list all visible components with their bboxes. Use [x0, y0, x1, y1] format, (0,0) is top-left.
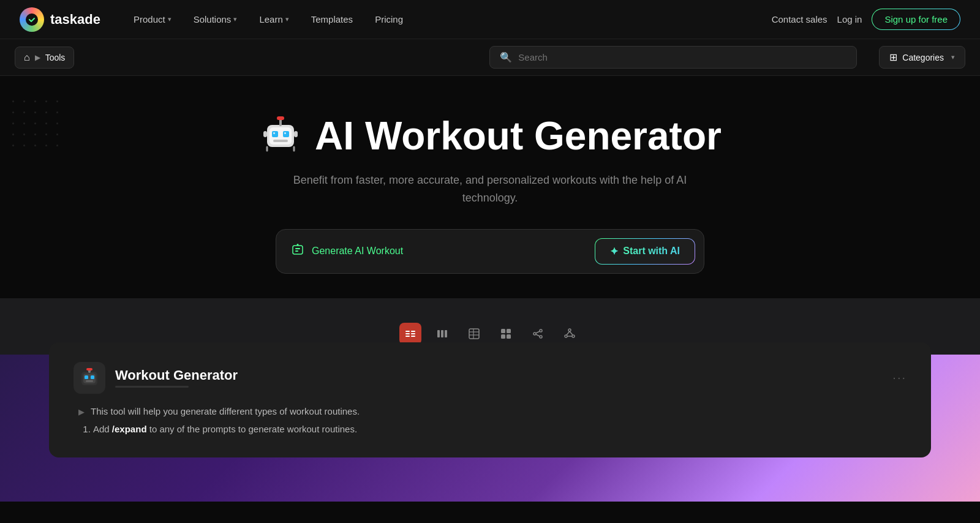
- svg-rect-10: [263, 131, 267, 137]
- svg-rect-5: [273, 132, 275, 134]
- bullet-arrow-icon: ▶: [78, 407, 85, 416]
- svg-line-44: [567, 331, 570, 335]
- view-tab-nodes[interactable]: [559, 323, 581, 345]
- svg-rect-8: [277, 116, 284, 120]
- generate-icon: [291, 243, 304, 260]
- svg-point-36: [540, 329, 542, 332]
- logo[interactable]: taskade: [20, 7, 100, 32]
- view-tab-list[interactable]: [399, 323, 421, 345]
- svg-rect-20: [405, 333, 410, 334]
- nav-item-learn[interactable]: Learn ▾: [251, 9, 297, 29]
- generate-left: Generate AI Workout: [291, 243, 403, 260]
- view-tab-columns[interactable]: [431, 323, 453, 345]
- search-icon: 🔍: [500, 51, 512, 63]
- signup-button[interactable]: Sign up for free: [872, 9, 960, 29]
- svg-line-39: [536, 331, 540, 333]
- view-tab-grid[interactable]: [495, 323, 517, 345]
- preview-section: Workout Generator ··· ▶ This tool will h…: [0, 298, 980, 502]
- svg-rect-18: [295, 250, 298, 252]
- login-link[interactable]: Log in: [837, 14, 862, 24]
- svg-rect-33: [507, 329, 511, 333]
- tools-button[interactable]: ⌂ ▶ Tools: [15, 47, 74, 69]
- svg-rect-28: [469, 329, 479, 339]
- svg-rect-17: [295, 248, 300, 249]
- svg-rect-23: [411, 333, 415, 334]
- logo-icon: [20, 7, 44, 32]
- search-bar: 🔍: [489, 46, 857, 69]
- doc-title-area: Workout Generator: [115, 367, 883, 388]
- start-ai-button[interactable]: ✦ Start with AI: [595, 239, 695, 264]
- svg-rect-19: [405, 331, 410, 332]
- svg-rect-50: [91, 375, 94, 379]
- svg-rect-14: [293, 246, 303, 254]
- svg-point-37: [533, 333, 536, 335]
- svg-rect-49: [85, 375, 88, 379]
- svg-rect-51: [86, 380, 93, 382]
- svg-rect-3: [272, 131, 278, 137]
- hero-section: AI Workout Generator Benefit from faster…: [0, 76, 980, 298]
- svg-rect-24: [411, 336, 415, 337]
- svg-point-0: [26, 13, 38, 26]
- chevron-down-icon: ▾: [233, 15, 237, 23]
- chevron-down-icon: ▾: [285, 15, 289, 23]
- svg-rect-11: [294, 131, 298, 137]
- svg-rect-35: [507, 334, 511, 339]
- svg-line-45: [570, 331, 573, 335]
- svg-rect-26: [441, 330, 443, 337]
- generate-box: Generate AI Workout ✦ Start with AI: [276, 229, 704, 274]
- nav-links: Product ▾ Solutions ▾ Learn ▾ Templates …: [125, 9, 772, 29]
- hero-title-row: AI Workout Generator: [258, 113, 722, 159]
- svg-line-40: [536, 334, 540, 336]
- doc-bullet: ▶ This tool will help you generate diffe…: [78, 406, 907, 416]
- svg-rect-22: [411, 331, 415, 332]
- svg-point-43: [572, 335, 575, 337]
- robot-icon: [258, 113, 303, 159]
- svg-point-38: [540, 336, 542, 338]
- logo-text: taskade: [50, 12, 100, 28]
- svg-point-41: [568, 329, 571, 331]
- sparkle-icon: ✦: [610, 246, 618, 257]
- svg-rect-27: [445, 330, 447, 337]
- doc-underline: [115, 386, 189, 388]
- svg-rect-21: [405, 336, 410, 337]
- arrow-icon: ▶: [35, 53, 40, 62]
- doc-title: Workout Generator: [115, 367, 883, 383]
- list-item: Add /expand to any of the prompts to gen…: [93, 424, 907, 434]
- generate-label[interactable]: Generate AI Workout: [312, 246, 403, 257]
- doc-header: Workout Generator ···: [74, 362, 907, 394]
- categories-button[interactable]: ⊞ Categories ▾: [879, 46, 965, 69]
- svg-point-42: [565, 335, 567, 337]
- view-tab-table[interactable]: [463, 323, 485, 345]
- chevron-down-icon: ▾: [168, 15, 172, 23]
- doc-menu[interactable]: ···: [892, 371, 907, 385]
- svg-rect-6: [284, 132, 286, 134]
- contact-sales-link[interactable]: Contact sales: [772, 14, 827, 24]
- nav-item-product[interactable]: Product ▾: [125, 9, 180, 29]
- svg-rect-9: [273, 140, 288, 142]
- svg-rect-34: [501, 334, 505, 339]
- svg-rect-4: [283, 131, 289, 137]
- document-card: Workout Generator ··· ▶ This tool will h…: [49, 342, 931, 457]
- doc-content: ▶ This tool will help you generate diffe…: [74, 406, 907, 434]
- doc-numbered-list: Add /expand to any of the prompts to gen…: [78, 424, 907, 434]
- view-tab-share[interactable]: [527, 323, 549, 345]
- hero-subtitle: Benefit from faster, more accurate, and …: [276, 171, 704, 207]
- chevron-down-icon: ▾: [951, 53, 955, 61]
- svg-point-15: [297, 244, 299, 246]
- grid-icon: ⊞: [889, 51, 897, 63]
- dot-grid-decoration: [12, 100, 62, 151]
- nav-item-templates[interactable]: Templates: [303, 9, 361, 29]
- hero-title: AI Workout Generator: [315, 115, 722, 157]
- svg-rect-53: [86, 368, 92, 371]
- nav-item-solutions[interactable]: Solutions ▾: [185, 9, 246, 29]
- toolbar: ⌂ ▶ Tools 🔍 ⊞ Categories ▾: [0, 39, 980, 76]
- svg-rect-32: [501, 329, 505, 333]
- search-input[interactable]: [518, 52, 846, 62]
- gradient-banner: Workout Generator ··· ▶ This tool will h…: [0, 355, 980, 502]
- doc-avatar: [74, 362, 105, 394]
- home-icon: ⌂: [24, 52, 30, 63]
- nav-item-pricing[interactable]: Pricing: [366, 9, 412, 29]
- svg-rect-25: [437, 330, 440, 337]
- start-ai-button-wrapper: ✦ Start with AI: [595, 238, 695, 265]
- navbar: taskade Product ▾ Solutions ▾ Learn ▾ Te…: [0, 0, 980, 39]
